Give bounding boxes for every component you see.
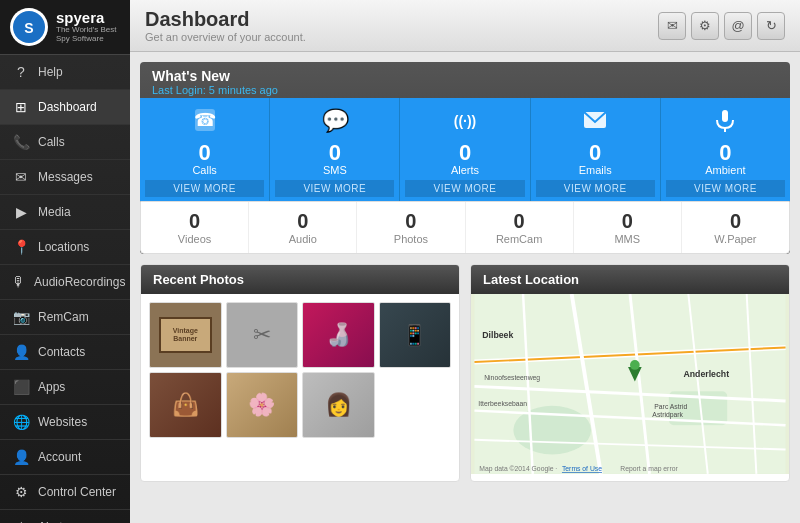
svg-text:Ninoofsesteenweg: Ninoofsesteenweg: [484, 374, 540, 382]
audio-sec-count: 0: [254, 210, 351, 233]
main-content: Dashboard Get an overview of your accoun…: [130, 0, 800, 523]
logo-icon: S: [10, 8, 48, 46]
locations-icon: 📍: [12, 239, 30, 255]
sidebar-label-dashboard: Dashboard: [38, 100, 97, 114]
sidebar-label-control-center: Control Center: [38, 485, 116, 499]
secondary-stats-row: 0 Videos 0 Audio 0 Photos 0 RemCam 0 MMS…: [140, 201, 790, 254]
sec-stat-wpaper: 0 W.Paper: [682, 202, 789, 253]
photo-7[interactable]: 👩: [302, 372, 375, 438]
sidebar-label-websites: Websites: [38, 415, 87, 429]
remcam-sec-label: RemCam: [471, 233, 568, 245]
photos-grid: VintageBanner ✂ 🍶 📱: [141, 294, 459, 446]
refresh-icon-button[interactable]: ↻: [757, 12, 785, 40]
email-icon-button[interactable]: ✉: [658, 12, 686, 40]
at-icon-button[interactable]: @: [724, 12, 752, 40]
sidebar-item-help[interactable]: ? Help: [0, 55, 130, 90]
audio-sec-label: Audio: [254, 233, 351, 245]
ambient-view-more[interactable]: VIEW MORE: [666, 180, 785, 197]
calls-count: 0: [198, 142, 210, 164]
sidebar-item-messages[interactable]: ✉ Messages: [0, 160, 130, 195]
photo-2[interactable]: ✂: [226, 302, 299, 368]
sidebar-item-calls[interactable]: 📞 Calls: [0, 125, 130, 160]
logo-name: spyera: [56, 10, 120, 27]
svg-text:Parc Astrid: Parc Astrid: [654, 403, 687, 410]
latest-location-panel: Latest Location: [470, 264, 790, 482]
sidebar-item-account[interactable]: 👤 Account: [0, 440, 130, 475]
logo-tagline: The World's Best Spy Software: [56, 26, 120, 44]
sms-view-more[interactable]: VIEW MORE: [275, 180, 394, 197]
contacts-icon: 👤: [12, 344, 30, 360]
svg-text:((·)): ((·)): [454, 113, 477, 129]
sidebar-label-messages: Messages: [38, 170, 93, 184]
svg-text:Itterbeeksebaan: Itterbeeksebaan: [478, 400, 527, 407]
remcam-sec-count: 0: [471, 210, 568, 233]
gear-icon-button[interactable]: ⚙: [691, 12, 719, 40]
stat-sms: 💬 0 SMS VIEW MORE: [270, 98, 400, 201]
account-icon: 👤: [12, 449, 30, 465]
videos-sec-count: 0: [146, 210, 243, 233]
svg-text:Map data ©2014 Google ·: Map data ©2014 Google ·: [479, 465, 557, 473]
page-title: Dashboard: [145, 8, 306, 31]
sec-stat-videos: 0 Videos: [141, 202, 249, 253]
svg-point-27: [630, 360, 640, 370]
svg-rect-7: [722, 110, 728, 122]
svg-rect-9: [474, 294, 785, 474]
sidebar-item-contacts[interactable]: 👤 Contacts: [0, 335, 130, 370]
primary-stats-row: ☎ 0 Calls VIEW MORE 💬 0 SMS VIEW MORE ((…: [140, 98, 790, 201]
emails-view-more[interactable]: VIEW MORE: [536, 180, 655, 197]
emails-stat-icon: [580, 106, 610, 140]
messages-icon: ✉: [12, 169, 30, 185]
mms-sec-count: 0: [579, 210, 676, 233]
svg-text:☎: ☎: [194, 110, 216, 130]
stat-emails: 0 Emails VIEW MORE: [531, 98, 661, 201]
svg-text:💬: 💬: [321, 107, 349, 134]
wpaper-sec-label: W.Paper: [687, 233, 784, 245]
svg-text:Anderlecht: Anderlecht: [683, 369, 729, 379]
emails-count: 0: [589, 142, 601, 164]
alerts-label: Alerts: [451, 164, 479, 176]
sidebar-item-alerts[interactable]: ⚠ Alerts: [0, 510, 130, 523]
sidebar-item-media[interactable]: ▶ Media: [0, 195, 130, 230]
photo-6[interactable]: 🌸: [226, 372, 299, 438]
calls-view-more[interactable]: VIEW MORE: [145, 180, 264, 197]
alerts-icon: ⚠: [12, 519, 30, 523]
sidebar-item-remcam[interactable]: 📷 RemCam: [0, 300, 130, 335]
svg-text:Dilbeek: Dilbeek: [482, 330, 513, 340]
sms-label: SMS: [323, 164, 347, 176]
remcam-icon: 📷: [12, 309, 30, 325]
whats-new-title: What's New: [152, 68, 778, 84]
sidebar-label-audio-recordings: AudioRecordings: [34, 275, 125, 289]
sidebar-item-apps[interactable]: ⬛ Apps: [0, 370, 130, 405]
bottom-panels: Recent Photos VintageBanner ✂ 🍶: [140, 264, 790, 482]
photo-5[interactable]: 👜: [149, 372, 222, 438]
logo-area: S spyera The World's Best Spy Software: [0, 0, 130, 55]
sidebar-item-websites[interactable]: 🌐 Websites: [0, 405, 130, 440]
photo-3[interactable]: 🍶: [302, 302, 375, 368]
sidebar-item-dashboard[interactable]: ⊞ Dashboard: [0, 90, 130, 125]
sec-stat-photos: 0 Photos: [357, 202, 465, 253]
svg-text:Astridpark: Astridpark: [652, 411, 683, 419]
content-area: What's New Last Login: 5 minutes ago ☎ 0…: [130, 52, 800, 492]
alerts-view-more[interactable]: VIEW MORE: [405, 180, 524, 197]
page-subtitle: Get an overview of your account.: [145, 31, 306, 43]
photo-4[interactable]: 📱: [379, 302, 452, 368]
mms-sec-label: MMS: [579, 233, 676, 245]
photos-sec-count: 0: [362, 210, 459, 233]
dashboard-icon: ⊞: [12, 99, 30, 115]
ambient-label: Ambient: [705, 164, 745, 176]
whats-new-section: What's New Last Login: 5 minutes ago ☎ 0…: [140, 62, 790, 254]
sidebar-item-locations[interactable]: 📍 Locations: [0, 230, 130, 265]
alerts-stat-icon: ((·)): [450, 106, 480, 140]
sidebar-label-locations: Locations: [38, 240, 89, 254]
alerts-count: 0: [459, 142, 471, 164]
calls-icon: 📞: [12, 134, 30, 150]
sidebar-item-control-center[interactable]: ⚙ Control Center: [0, 475, 130, 510]
sidebar-label-contacts: Contacts: [38, 345, 85, 359]
emails-label: Emails: [579, 164, 612, 176]
apps-icon: ⬛: [12, 379, 30, 395]
sidebar-item-audio-recordings[interactable]: 🎙 AudioRecordings: [0, 265, 130, 300]
help-icon: ?: [12, 64, 30, 80]
photo-1[interactable]: VintageBanner: [149, 302, 222, 368]
header-actions: ✉ ⚙ @ ↻: [658, 12, 785, 40]
sidebar-label-calls: Calls: [38, 135, 65, 149]
